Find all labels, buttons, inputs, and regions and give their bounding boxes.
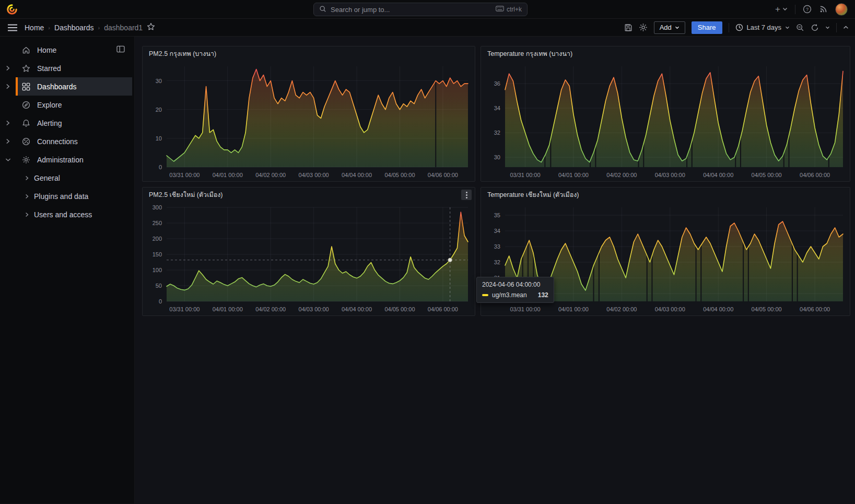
sidebar-item-label: Connections [37,137,78,146]
sidebar-item-explore[interactable]: Explore [0,96,134,114]
svg-text:10: 10 [156,135,162,142]
chevron-right-icon [6,84,10,89]
grafana-app: Search or jump to... ctrl+k + ? [0,0,855,504]
svg-text:04/02 00:00: 04/02 00:00 [606,172,637,178]
sidebar-subitem-general[interactable]: General [0,169,134,187]
share-button[interactable]: Share [692,21,722,34]
svg-text:03/31 00:00: 03/31 00:00 [510,306,540,312]
svg-text:300: 300 [153,204,162,210]
sidebar-item-home[interactable]: Home [0,41,134,59]
panel-menu-kebab-icon[interactable] [461,190,472,200]
mega-menu-toggle[interactable] [8,24,17,31]
sidebar-item-starred[interactable]: Starred [0,59,134,77]
chevron-right-icon [25,210,29,219]
tooltip-series-name: ug/m3.mean [492,291,527,299]
timeseries-chart-temperature-bangkok[interactable]: 3032343603/31 00:0004/01 00:0004/02 00:0… [481,61,850,181]
dock-menu-icon[interactable] [116,45,125,54]
sidebar-subitem-label: Plugins and data [34,192,88,201]
chevron-down-icon [675,26,680,29]
sidebar-item-connections[interactable]: Connections [0,132,134,150]
zoom-out-time-button[interactable] [796,24,804,32]
search-input[interactable]: Search or jump to... ctrl+k [313,3,528,16]
svg-text:03/31 00:00: 03/31 00:00 [169,306,200,312]
collapse-toolbar-button[interactable] [843,26,849,29]
svg-text:04/02 00:00: 04/02 00:00 [606,306,637,312]
search-icon [319,5,326,14]
dashboard-actions: Add Share Last 7 days [624,21,849,34]
chevron-down-icon [825,26,830,29]
svg-text:100: 100 [153,267,162,273]
sidebar-subitem-label: Users and access [34,210,92,219]
help-button[interactable]: ? [803,5,812,14]
panel-pm25-bangkok: PM2.5 กรุงเทพ (บางนา) 010203003/31 00:00… [142,46,475,182]
refresh-interval-button[interactable] [825,26,830,29]
chevron-up-icon [843,26,849,29]
keyboard-icon [496,6,504,13]
sidebar-item-alerting[interactable]: Alerting [0,114,134,132]
refresh-button[interactable] [811,24,819,32]
timeseries-chart-pm25-bangkok[interactable]: 010203003/31 00:0004/01 00:0004/02 00:00… [143,61,475,181]
svg-text:03/31 00:00: 03/31 00:00 [169,172,200,178]
divider [836,23,837,32]
save-icon [624,24,633,32]
sidebar-item-administration[interactable]: Administration [0,150,134,169]
timeseries-chart-pm25-chiangmai[interactable]: 05010015020025030003/31 00:0004/01 00:00… [143,202,475,315]
svg-text:20: 20 [156,107,162,113]
sidebar: Home Starred Dashboards [0,37,135,503]
panel-title[interactable]: PM2.5 เชียงใหม่ (ตัวเมือง) [149,190,222,200]
sidebar-subitem-users-and-access[interactable]: Users and access [0,205,134,224]
svg-text:34: 34 [494,228,500,234]
svg-text:04/06 00:00: 04/06 00:00 [428,172,458,178]
panel-pm25-chiangmai: PM2.5 เชียงใหม่ (ตัวเมือง) 0501001502002… [142,187,475,316]
grafana-logo[interactable] [6,4,18,15]
chevron-right-icon [6,138,10,144]
svg-text:04/04 00:00: 04/04 00:00 [703,172,733,178]
svg-text:35: 35 [494,212,500,218]
hamburger-icon [8,24,17,31]
svg-text:04/01 00:00: 04/01 00:00 [558,306,589,312]
svg-text:200: 200 [153,236,162,242]
new-button[interactable]: + [775,5,788,14]
panel-title[interactable]: Temperature เชียงใหม่ (ตัวเมือง) [487,190,579,200]
apps-icon [22,83,30,91]
save-dashboard-button[interactable] [624,24,633,32]
svg-text:04/04 00:00: 04/04 00:00 [703,306,733,312]
sidebar-subitem-plugins-and-data[interactable]: Plugins and data [0,187,134,205]
time-range-picker[interactable]: Last 7 days [735,24,790,31]
panel-title[interactable]: PM2.5 กรุงเทพ (บางนา) [149,49,216,59]
news-button[interactable] [819,5,828,14]
plus-icon: + [775,5,780,14]
svg-text:04/02 00:00: 04/02 00:00 [255,306,286,312]
chevron-down-icon [5,158,11,162]
dashboard-canvas: PM2.5 กรุงเทพ (บางนา) 010203003/31 00:00… [135,37,855,503]
svg-text:0: 0 [159,164,162,170]
chart-tooltip: 2024-04-06 04:00:00 ug/m3.mean 132 [476,277,554,303]
bell-icon [22,119,30,127]
user-avatar[interactable] [835,3,848,16]
sidebar-item-label: Administration [37,156,84,164]
svg-text:04/05 00:00: 04/05 00:00 [384,172,415,178]
chevron-down-icon [785,26,790,29]
help-icon: ? [803,5,812,14]
sidebar-item-dashboards[interactable]: Dashboards [0,77,134,96]
breadcrumb-separator: › [98,25,100,31]
dashboard-settings-button[interactable] [639,23,648,32]
gear-icon [639,23,648,32]
svg-text:30: 30 [494,154,500,160]
breadcrumb: Home › Dashboards › dashboard1 [25,24,143,32]
svg-text:30: 30 [156,78,162,84]
svg-text:04/03 00:00: 04/03 00:00 [299,306,329,312]
breadcrumb-dashboards[interactable]: Dashboards [54,24,94,32]
panel-temperature-bangkok: Temperature กรุงเทพ (บางนา) 3032343603/3… [481,46,850,182]
favorite-dashboard-button[interactable] [147,22,155,33]
sidebar-item-label: Dashboards [37,83,77,91]
home-icon [22,46,30,54]
svg-text:33: 33 [494,243,500,250]
breadcrumb-home[interactable]: Home [25,24,44,32]
svg-text:04/06 00:00: 04/06 00:00 [800,306,830,312]
add-panel-button[interactable]: Add [654,21,685,34]
chevron-right-icon [6,120,10,126]
panel-title[interactable]: Temperature กรุงเทพ (บางนา) [487,49,572,59]
zoom-out-icon [796,24,804,32]
refresh-icon [811,24,819,32]
